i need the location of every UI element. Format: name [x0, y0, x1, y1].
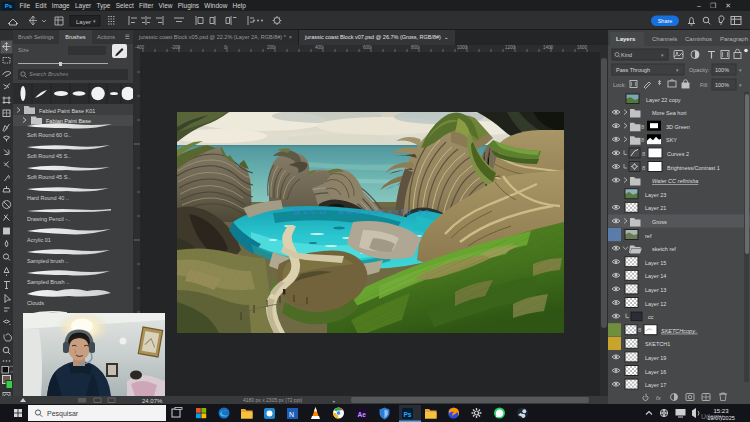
svg-text:Paragraph: Paragraph	[720, 36, 748, 42]
svg-text:Layer 13: Layer 13	[645, 287, 666, 293]
svg-text:Drawing Pencil -..: Drawing Pencil -..	[27, 216, 71, 222]
svg-text:Clouds: Clouds	[27, 300, 44, 306]
svg-text:Layer 21: Layer 21	[645, 205, 666, 211]
svg-text:SKETCHcopy..: SKETCHcopy..	[661, 328, 698, 334]
svg-text:Soft Round 45 S..: Soft Round 45 S..	[27, 174, 71, 180]
svg-text:▾: ▾	[739, 82, 742, 88]
svg-text:Soft Round 60 G..: Soft Round 60 G..	[27, 132, 71, 138]
svg-text:Fill:: Fill:	[700, 82, 709, 88]
svg-text:Channels: Channels	[652, 36, 677, 42]
svg-text:More Sea hori: More Sea hori	[652, 110, 687, 116]
svg-text:3D Green: 3D Green	[666, 124, 690, 130]
svg-text:Layer 12: Layer 12	[645, 301, 666, 307]
svg-text:▸: ▸	[333, 398, 336, 404]
svg-text:0: 0	[224, 45, 227, 50]
svg-text:Layer 16: Layer 16	[645, 369, 666, 375]
svg-text:▾: ▾	[739, 67, 742, 73]
svg-text:Curves 2: Curves 2	[667, 151, 689, 157]
svg-text:设ZCG www.udsxxfp.cs: 设ZCG www.udsxxfp.cs	[293, 207, 431, 216]
svg-text:Share: Share	[658, 18, 673, 24]
svg-text:-400: -400	[135, 45, 145, 50]
svg-text:Pesquisar: Pesquisar	[47, 410, 79, 418]
svg-text:Fabled Paint Base K01: Fabled Paint Base K01	[39, 108, 95, 114]
svg-text:Layer 14: Layer 14	[645, 273, 666, 279]
svg-text:Layer 15: Layer 15	[645, 260, 666, 266]
svg-text:Lock:: Lock:	[613, 82, 627, 88]
svg-text:Layer: Layer	[76, 19, 91, 25]
svg-text:100%: 100%	[715, 67, 729, 73]
svg-text:600: 600	[363, 45, 371, 50]
svg-text:Layer 22 copy: Layer 22 copy	[646, 97, 681, 103]
svg-text:Hard Round 40 ..: Hard Round 40 ..	[27, 195, 69, 201]
svg-text:Kind: Kind	[621, 52, 632, 58]
svg-text:Gross: Gross	[652, 219, 667, 225]
svg-text:200: 200	[267, 45, 275, 50]
svg-text:100%: 100%	[715, 82, 729, 88]
svg-text:Sampled brush ..: Sampled brush ..	[27, 258, 69, 264]
svg-text:Water CC refinisba: Water CC refinisba	[652, 178, 698, 184]
svg-text:1200: 1200	[505, 45, 516, 50]
svg-text:Layer 19: Layer 19	[645, 355, 666, 361]
svg-text:Ps: Ps	[404, 411, 412, 418]
svg-text:Brightness/Contrast 1: Brightness/Contrast 1	[667, 165, 720, 171]
svg-text:400: 400	[315, 45, 323, 50]
svg-text:1600: 1600	[577, 45, 588, 50]
svg-text:1000: 1000	[457, 45, 468, 50]
svg-text:Acrylic 01: Acrylic 01	[27, 237, 51, 243]
svg-text:fx: fx	[656, 395, 662, 401]
svg-text:sketch ref: sketch ref	[652, 246, 676, 252]
svg-text:Ae: Ae	[358, 411, 367, 418]
svg-text:24.07%: 24.07%	[142, 398, 163, 404]
svg-text:N: N	[289, 411, 294, 418]
svg-text:ref: ref	[645, 233, 652, 239]
svg-text:Udemy: Udemy	[701, 413, 724, 421]
svg-text:4180 px x 2305 px (72 ppi): 4180 px x 2305 px (72 ppi)	[243, 397, 303, 403]
svg-text:8: 8	[638, 327, 642, 333]
svg-text:-200: -200	[171, 45, 181, 50]
svg-text:Soft Round 45 S..: Soft Round 45 S..	[27, 153, 71, 159]
svg-text:Pass Through: Pass Through	[616, 67, 650, 73]
svg-text:Layer 17: Layer 17	[645, 382, 666, 388]
svg-text:Layers: Layers	[616, 36, 636, 42]
svg-text:SKETCH1: SKETCH1	[645, 341, 670, 347]
svg-text:Sampled Brush ..: Sampled Brush ..	[27, 279, 70, 285]
svg-text:Opacity:: Opacity:	[689, 67, 710, 73]
svg-text:SKY: SKY	[666, 137, 677, 143]
svg-text:Caminhos: Caminhos	[685, 36, 712, 42]
svg-text:Layer 23: Layer 23	[645, 192, 666, 198]
svg-text:1400: 1400	[543, 45, 554, 50]
svg-text:800: 800	[411, 45, 419, 50]
svg-text:cc: cc	[648, 314, 654, 320]
